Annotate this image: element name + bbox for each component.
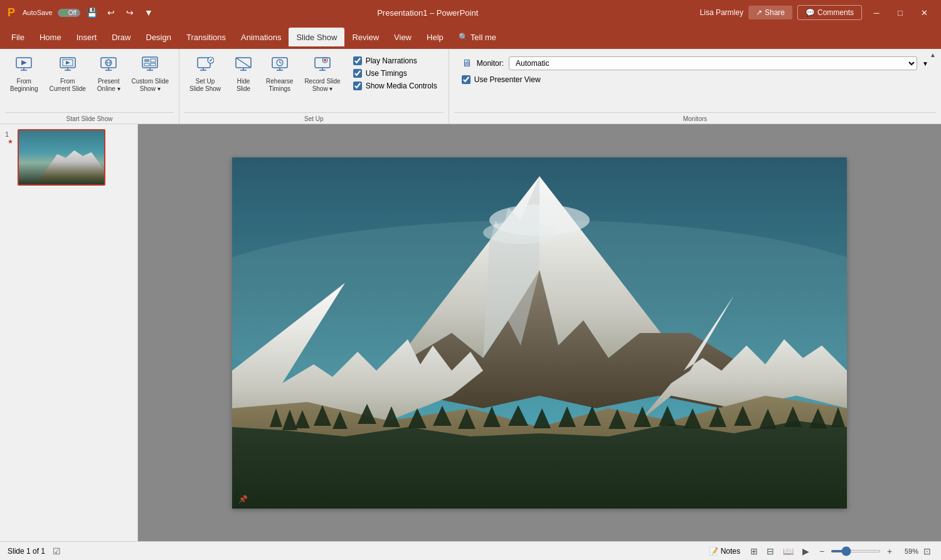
close-button[interactable]: ✕ xyxy=(915,3,933,22)
from-current-icon xyxy=(59,55,77,77)
start-slideshow-buttons: FromBeginning FromCurrent Slide xyxy=(5,51,174,110)
menu-help[interactable]: Help xyxy=(419,28,451,46)
present-online-icon xyxy=(100,55,117,77)
monitor-select[interactable]: Automatic Primary Monitor Secondary Moni… xyxy=(509,56,917,70)
accessibility-icon[interactable]: ☑ xyxy=(50,545,63,557)
menu-slideshow[interactable]: Slide Show xyxy=(289,28,344,46)
menu-tell-me[interactable]: 🔍 Tell me xyxy=(451,28,504,46)
menu-home[interactable]: Home xyxy=(32,28,69,46)
show-media-controls-checkbox[interactable] xyxy=(353,82,362,90)
monitor-dropdown-icon: ▼ xyxy=(922,60,928,67)
record-slideshow-icon xyxy=(314,55,331,77)
from-current-slide-button[interactable]: FromCurrent Slide xyxy=(44,51,90,95)
slide-sorter-button[interactable]: ⊟ xyxy=(764,545,777,557)
zoom-in-button[interactable]: + xyxy=(883,545,896,557)
presenter-view-label: Use Presenter View xyxy=(474,75,541,84)
set-up-slideshow-button[interactable]: Set UpSlide Show xyxy=(184,51,226,95)
menu-transitions[interactable]: Transitions xyxy=(179,28,233,46)
record-slideshow-button[interactable]: Record SlideShow ▾ xyxy=(299,51,345,95)
redo-icon[interactable]: ↪ xyxy=(123,6,137,19)
from-beginning-icon xyxy=(15,55,33,77)
play-narrations-check[interactable]: Play Narrations xyxy=(353,56,437,65)
slide-canvas: 📌 xyxy=(232,157,847,509)
slide-thumb-bg xyxy=(19,130,104,184)
hide-icon xyxy=(235,55,252,73)
rehearse-timings-icon xyxy=(271,55,289,77)
notes-label: Notes xyxy=(721,547,740,556)
canvas-area[interactable]: 📌 xyxy=(138,124,941,541)
menu-review[interactable]: Review xyxy=(344,28,386,46)
user-name: Lisa Parmley xyxy=(700,8,743,17)
record-slideshow-label: Record SlideShow ▾ xyxy=(304,78,340,93)
play-narrations-checkbox[interactable] xyxy=(353,56,362,65)
zoom-slider[interactable] xyxy=(831,550,881,552)
svg-marker-1 xyxy=(21,60,27,65)
presenter-view-checkbox[interactable] xyxy=(462,75,470,84)
status-bar-left: Slide 1 of 1 ☑ xyxy=(8,545,63,557)
show-media-controls-check[interactable]: Show Media Controls xyxy=(353,82,437,90)
rehearse-timings-button[interactable]: RehearseTimings xyxy=(261,51,298,95)
svg-point-38 xyxy=(324,59,326,61)
menu-design[interactable]: Design xyxy=(139,28,179,46)
svg-rect-18 xyxy=(151,59,156,62)
share-icon: ↗ xyxy=(756,8,762,17)
autosave-toggle[interactable]: Off xyxy=(58,9,80,17)
monitor-label: Monitor: xyxy=(477,59,504,68)
menu-file[interactable]: File xyxy=(4,28,32,46)
monitors-section: 🖥 Monitor: Automatic Primary Monitor Sec… xyxy=(454,51,936,112)
share-button[interactable]: ↗ Share xyxy=(748,6,792,19)
use-timings-check[interactable]: Use Timings xyxy=(353,69,437,78)
hide-slide-button[interactable]: HideSlide xyxy=(227,51,260,95)
show-media-controls-label: Show Media Controls xyxy=(366,82,437,90)
fit-window-button[interactable]: ⊡ xyxy=(921,545,933,557)
slide-number-1: 1 xyxy=(5,130,15,138)
save-icon[interactable]: 💾 xyxy=(85,6,99,19)
from-current-label: FromCurrent Slide xyxy=(49,78,85,93)
ribbon: FromBeginning FromCurrent Slide xyxy=(0,49,941,124)
svg-rect-19 xyxy=(151,63,156,66)
search-icon: 🔍 xyxy=(459,33,468,41)
slide-item-1[interactable]: 1 ★ xyxy=(5,129,132,186)
from-beginning-button[interactable]: FromBeginning xyxy=(5,51,43,95)
monitor-row: 🖥 Monitor: Automatic Primary Monitor Sec… xyxy=(462,56,928,70)
custom-slide-show-button[interactable]: Custom SlideShow ▾ xyxy=(127,51,174,95)
main-area: 1 ★ xyxy=(0,124,941,541)
comments-label: Comments xyxy=(817,8,854,17)
title-bar-right: Lisa Parmley ↗ Share 💬 Comments ─ □ ✕ xyxy=(700,3,933,22)
slide-thumbnail-1[interactable] xyxy=(18,129,105,186)
tell-me-label: Tell me xyxy=(470,33,496,42)
menu-view[interactable]: View xyxy=(386,28,419,46)
undo-icon[interactable]: ↩ xyxy=(104,6,118,19)
play-narrations-label: Play Narrations xyxy=(366,56,417,65)
comments-button[interactable]: 💬 Comments xyxy=(797,5,862,20)
rehearse-timings-label: RehearseTimings xyxy=(266,78,293,93)
notes-button[interactable]: 📝 Notes xyxy=(705,546,744,557)
use-timings-checkbox[interactable] xyxy=(353,69,362,78)
presenter-view-row[interactable]: Use Presenter View xyxy=(462,75,928,84)
ribbon-collapse-button[interactable]: ▲ xyxy=(930,51,936,58)
reading-view-button[interactable]: 📖 xyxy=(780,545,796,557)
menu-insert[interactable]: Insert xyxy=(69,28,105,46)
setup-buttons: Set UpSlide Show HideSlide xyxy=(184,51,444,110)
autosave-label: AutoSave xyxy=(23,9,53,16)
from-beginning-label: FromBeginning xyxy=(10,78,38,93)
maximize-button[interactable]: □ xyxy=(891,3,910,22)
custom-show-icon xyxy=(141,55,159,73)
powerpoint-logo-icon: P xyxy=(8,6,15,19)
set-up-slideshow-label: Set UpSlide Show xyxy=(189,78,221,93)
menu-draw[interactable]: Draw xyxy=(104,28,138,46)
menu-animations[interactable]: Animations xyxy=(233,28,289,46)
svg-line-33 xyxy=(280,63,282,63)
title-bar: P AutoSave Off 💾 ↩ ↪ ▼ Presentation1 – P… xyxy=(0,0,941,25)
customize-icon[interactable]: ▼ xyxy=(142,6,156,19)
minimize-button[interactable]: ─ xyxy=(867,3,886,22)
present-online-button[interactable]: PresentOnline ▾ xyxy=(92,51,125,95)
zoom-out-button[interactable]: − xyxy=(816,545,828,557)
use-timings-label: Use Timings xyxy=(366,69,407,78)
slide-image xyxy=(232,157,847,509)
slide-show-button[interactable]: ▶ xyxy=(800,545,812,557)
normal-view-button[interactable]: ⊞ xyxy=(748,545,760,557)
slides-panel: 1 ★ xyxy=(0,124,138,541)
start-slideshow-group: FromBeginning FromCurrent Slide xyxy=(0,49,179,124)
pin-icon: 📌 xyxy=(238,495,248,504)
